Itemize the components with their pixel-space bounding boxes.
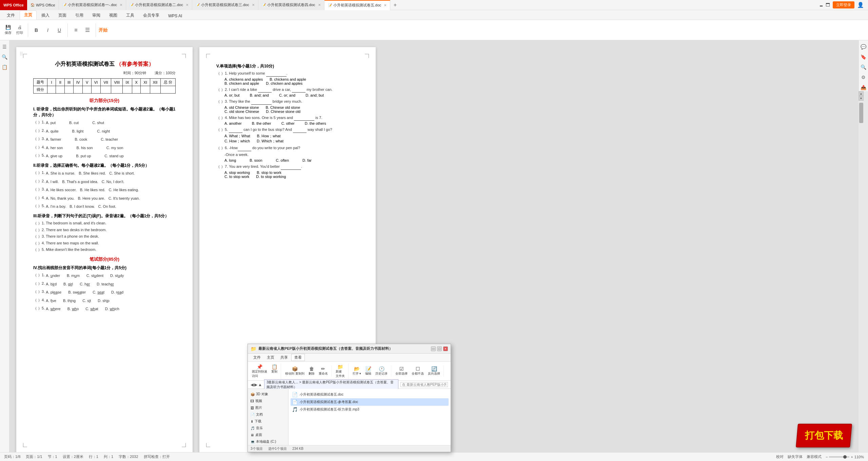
fe-sidebar-pictures[interactable]: 🖼 图片 xyxy=(248,404,288,411)
fe-open-btn[interactable]: 📂 打开 ▾ xyxy=(351,365,363,377)
sidebar-comment-icon[interactable]: 💬 xyxy=(860,43,867,51)
fe-history-btn[interactable]: 🕐 历史记录 xyxy=(374,365,389,377)
ribbon-tab-2[interactable]: 插入 xyxy=(37,11,54,20)
fe-back-btn[interactable]: ◀ xyxy=(251,382,254,387)
fe-up-btn[interactable]: ▲ xyxy=(258,382,262,387)
fe-maximize-btn[interactable]: □ xyxy=(437,346,442,351)
fe-sidebar-video[interactable]: 🎞 视频 xyxy=(248,398,288,404)
fe-move-btn[interactable]: 📦 移动到 复制到 xyxy=(284,365,306,377)
s1-q1-options: A. put B. cut C. shut xyxy=(46,120,104,126)
zoom-slider[interactable] xyxy=(829,456,849,458)
tab-3[interactable]: 📝小升初英语模拟测试卷三.doc✕ xyxy=(192,0,258,10)
sidebar-settings-icon[interactable]: ⚙ xyxy=(860,74,867,81)
status-font[interactable]: 缺失字体 xyxy=(788,454,803,459)
minimize-icon[interactable]: 🗕 xyxy=(819,2,824,7)
ribbon-tab-6[interactable]: 视图 xyxy=(105,11,121,20)
ribbon-italic-btn[interactable]: I xyxy=(42,26,53,34)
fe-file-2[interactable]: 📄 小升初英语模拟测试卷五-参考答案.doc xyxy=(291,398,449,406)
tab-close-4[interactable]: ✕ xyxy=(318,3,321,7)
tab-2[interactable]: 📝小升初英语模拟测试卷二.doc✕ xyxy=(126,0,192,10)
ribbon-tab-7[interactable]: 工具 xyxy=(122,11,138,20)
ribbon-align-left-btn[interactable]: ≡ xyxy=(71,26,81,34)
sidebar-share-icon[interactable]: 📤 xyxy=(860,84,867,91)
fe-close-btn[interactable]: ✕ xyxy=(443,346,448,351)
ribbon-tab-4[interactable]: 引用 xyxy=(71,11,87,20)
sidebar-zoom-icon[interactable]: 🔍 xyxy=(1,53,8,61)
zoom-out-btn[interactable]: − xyxy=(826,455,828,459)
fe-nav-buttons: ◀ ▶ ▲ xyxy=(251,382,262,387)
status-compat[interactable]: 兼容模式 xyxy=(807,454,822,459)
tab-0[interactable]: 🏠WPS Office xyxy=(27,0,59,10)
fe-copy-btn[interactable]: 📋 复制 xyxy=(270,363,279,379)
tab-5[interactable]: 📝小升初英语模拟测试卷五.doc✕ xyxy=(324,0,391,10)
tab-label-3: 小升初英语模拟测试卷三.doc xyxy=(201,2,249,7)
fe-new-btn[interactable]: 📁 新建文件夹 xyxy=(334,363,346,379)
scrollbar-thumb[interactable] xyxy=(859,103,863,123)
ribbon-tab-0[interactable]: 文件 xyxy=(3,11,19,20)
sidebar-bookmark-icon[interactable]: 🔖 xyxy=(860,53,867,61)
fe-sidebar-downloads[interactable]: ⬇ 下载 xyxy=(248,418,288,425)
fe-pin-btn[interactable]: 📌 固定到快速访问 xyxy=(251,363,269,379)
ribbon-tabs: 文件主页插入页面引用审阅视图工具会员专享WPS AI xyxy=(0,10,868,20)
login-button[interactable]: 立即登录 xyxy=(833,1,854,8)
maximize-icon[interactable]: 🗖 xyxy=(826,2,830,7)
s2-q4-options: A. No, thank you. B. Here you are. C. It… xyxy=(46,196,140,202)
fe-selectall-btn[interactable]: ☑ 全部选择 xyxy=(394,365,409,377)
fe-file-2-name: 小升初英语模拟测试卷五-参考答案.doc xyxy=(300,400,358,404)
ribbon-tab-3[interactable]: 页面 xyxy=(54,11,71,20)
fe-tab-share[interactable]: 共享 xyxy=(278,354,291,361)
scroll-down-arrow[interactable]: ▼ xyxy=(859,96,864,101)
fe-file-3[interactable]: 🎵 小升初英语模拟测试卷五-听力录音.mp3 xyxy=(291,406,449,413)
ribbon-tab-8[interactable]: 会员专享 xyxy=(139,11,163,20)
fe-sidebar-3d[interactable]: 📦 3D 对象 xyxy=(248,391,288,398)
s2-q2-num: （ ）2. xyxy=(33,178,45,184)
s4-q3: （ ）3. A. please B. sweater C. seat D. re… xyxy=(33,289,176,296)
ribbon-underline-btn[interactable]: U xyxy=(54,26,65,34)
align-left-icon: ≡ xyxy=(74,27,77,33)
fe-tab-view[interactable]: 查看 xyxy=(291,354,305,361)
fe-sidebar-c-drive[interactable]: 💻 本地磁盘 (C:) xyxy=(248,438,288,445)
fe-file-1[interactable]: 📄 小升初英语模拟测试卷五.doc xyxy=(291,391,449,398)
tab-close-2[interactable]: ✕ xyxy=(186,3,189,7)
ribbon-print-btn[interactable]: 🖨 打印 xyxy=(14,24,25,36)
fe-tab-home[interactable]: 主页 xyxy=(264,354,277,361)
ribbon-tab-5[interactable]: 审阅 xyxy=(88,11,104,20)
fe-tb-group-open: 📂 打开 ▾ 📝 编辑 🕐 历史记录 xyxy=(351,365,392,377)
fe-edit-btn[interactable]: 📝 编辑 xyxy=(364,365,373,377)
fe-sidebar-music[interactable]: 🎵 音乐 xyxy=(248,425,288,432)
ribbon-tab-9[interactable]: WPS AI xyxy=(164,12,186,20)
fe-invertsel-btn[interactable]: 🔄 反向选择 xyxy=(427,365,441,377)
zoom-thumb[interactable] xyxy=(843,455,847,459)
tab-add-button[interactable]: + xyxy=(390,0,400,10)
scroll-up-arrow[interactable]: ▲ xyxy=(859,91,864,96)
corner-tl xyxy=(23,54,27,58)
tab-close-3[interactable]: ✕ xyxy=(252,3,255,7)
sidebar-nav-icon[interactable]: ☰ xyxy=(1,43,8,51)
tab-close-5[interactable]: ✕ xyxy=(384,3,387,7)
fe-path[interactable]: 3最新云南省人教人... > 最新云南省人教PEP版小升初英语模拟测试卷五（含答… xyxy=(264,379,398,390)
sidebar-outline-icon[interactable]: 📋 xyxy=(1,63,8,71)
time-info-row: 时间：90分钟 满分：100分 xyxy=(33,71,176,76)
fe-sidebar-documents[interactable]: 📄 文档 xyxy=(248,411,288,418)
ribbon-tab-1[interactable]: 主页 xyxy=(20,11,37,20)
ribbon-align-center-btn[interactable]: ☰ xyxy=(82,26,93,34)
status-proofread[interactable]: 校对 xyxy=(776,454,784,459)
tab-close-1[interactable]: ✕ xyxy=(120,3,122,7)
fe-rename-btn[interactable]: ✏ 重命名 xyxy=(317,365,329,377)
ribbon-bold-btn[interactable]: B xyxy=(31,26,42,34)
fe-search-input[interactable] xyxy=(400,382,448,387)
ribbon-content: 💾 保存 🖨 打印 B I U ≡ ☰ xyxy=(0,20,868,40)
ribbon-save-btn[interactable]: 💾 保存 xyxy=(3,24,14,36)
fe-tab-file[interactable]: 文件 xyxy=(251,354,263,361)
download-badge[interactable]: 打包下载 xyxy=(796,424,852,447)
tab-1[interactable]: 📝小升初英语模拟测试卷一-.doc✕ xyxy=(59,0,126,10)
sidebar-search-icon[interactable]: 🔍 xyxy=(860,63,867,71)
fe-selectnone-btn[interactable]: ☐ 全都不选 xyxy=(410,365,425,377)
fe-delete-btn[interactable]: 🗑 删除 xyxy=(307,365,316,377)
tab-4[interactable]: 📝小升初英语模拟测试卷四.doc✕ xyxy=(258,0,324,10)
s2-q2-c: C. No, I don't. xyxy=(102,179,124,185)
fe-minimize-btn[interactable]: — xyxy=(431,346,436,351)
zoom-in-btn[interactable]: + xyxy=(851,455,853,459)
fe-forward-btn[interactable]: ▶ xyxy=(254,382,257,387)
fe-sidebar-desktop[interactable]: 🖥 桌面 xyxy=(248,432,288,438)
